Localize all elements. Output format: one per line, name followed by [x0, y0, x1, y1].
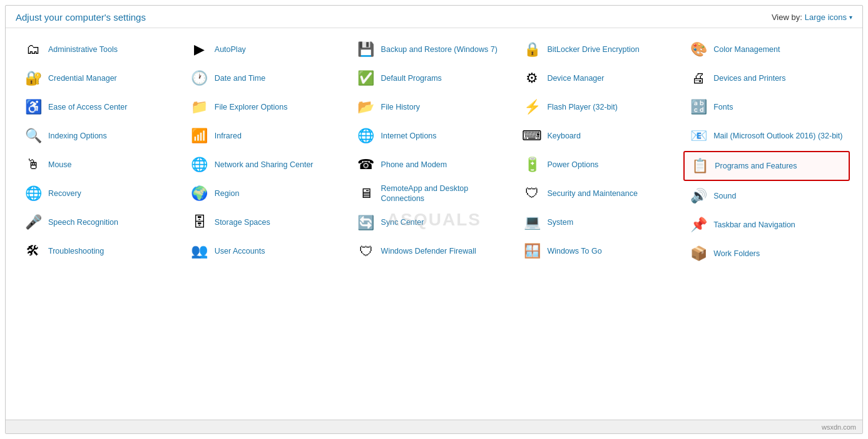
footer-text: wsxdn.com	[822, 423, 856, 431]
item-windows-firewall[interactable]: 🛡Windows Defender Firewall	[351, 238, 518, 266]
windows-to-go-label: Windows To Go	[547, 246, 601, 256]
phone-modem-label: Phone and Modem	[381, 160, 447, 170]
column-col5: 🎨Color Management🖨Devices and Printers🔡F…	[683, 36, 850, 267]
item-color-management[interactable]: 🎨Color Management	[683, 36, 850, 63]
keyboard-label: Keyboard	[547, 131, 581, 141]
network-sharing-icon: 🌐	[190, 155, 210, 175]
administrative-tools-label: Administrative Tools	[48, 44, 118, 54]
sync-center-icon: 🔄	[356, 213, 376, 233]
item-file-explorer[interactable]: 📁File Explorer Options	[185, 93, 351, 121]
recovery-label: Recovery	[48, 189, 81, 199]
item-power-options[interactable]: 🔋Power Options	[517, 151, 683, 178]
storage-spaces-label: Storage Spaces	[215, 217, 270, 227]
item-administrative-tools[interactable]: 🗂Administrative Tools	[18, 36, 185, 63]
file-history-icon: 📂	[356, 97, 376, 117]
region-icon: 🌍	[190, 183, 210, 204]
item-sound[interactable]: 🔊Sound	[683, 182, 850, 210]
flash-player-label: Flash Player (32-bit)	[547, 102, 618, 112]
autoplay-label: AutoPlay	[215, 44, 246, 54]
storage-spaces-icon: 🗄	[190, 212, 210, 232]
column-col4: 🔒BitLocker Drive Encryption⚙Device Manag…	[517, 36, 683, 265]
item-network-sharing[interactable]: 🌐Network and Sharing Center	[185, 151, 351, 178]
fonts-icon: 🔡	[688, 97, 708, 117]
backup-restore-label: Backup and Restore (Windows 7)	[381, 44, 498, 54]
item-internet-options[interactable]: 🌐Internet Options	[351, 122, 518, 150]
ease-of-access-label: Ease of Access Center	[48, 102, 127, 112]
windows-firewall-label: Windows Defender Firewall	[381, 246, 476, 256]
region-label: Region	[215, 189, 240, 199]
footer-bar: wsxdn.com	[6, 420, 862, 433]
item-troubleshooting[interactable]: 🛠Troubleshooting	[18, 237, 185, 265]
system-icon: 💻	[522, 212, 542, 232]
windows-to-go-icon: 🪟	[522, 241, 542, 261]
item-bitlocker[interactable]: 🔒BitLocker Drive Encryption	[517, 36, 683, 63]
file-explorer-label: File Explorer Options	[215, 102, 288, 112]
item-remoteapp[interactable]: 🖥RemoteApp and Desktop Connections	[351, 180, 518, 208]
item-system[interactable]: 💻System	[517, 209, 683, 236]
programs-features-icon: 📋	[690, 156, 710, 176]
item-flash-player[interactable]: ⚡Flash Player (32-bit)	[517, 93, 683, 121]
windows-firewall-icon: 🛡	[356, 242, 376, 262]
mouse-label: Mouse	[48, 160, 72, 170]
view-by-label: View by:	[772, 13, 802, 22]
item-file-history[interactable]: 📂File History	[351, 93, 518, 121]
item-windows-to-go[interactable]: 🪟Windows To Go	[517, 237, 683, 265]
item-region[interactable]: 🌍Region	[185, 180, 351, 207]
item-backup-restore[interactable]: 💾Backup and Restore (Windows 7)	[351, 36, 518, 63]
item-security-maintenance[interactable]: 🛡Security and Maintenance	[517, 180, 683, 207]
item-devices-printers[interactable]: 🖨Devices and Printers	[683, 65, 850, 92]
item-indexing-options[interactable]: 🔍Indexing Options	[18, 122, 185, 150]
item-phone-modem[interactable]: ☎Phone and Modem	[351, 151, 518, 178]
troubleshooting-label: Troubleshooting	[48, 246, 104, 256]
color-management-icon: 🎨	[688, 39, 708, 59]
work-folders-label: Work Folders	[713, 249, 760, 259]
internet-options-label: Internet Options	[381, 131, 437, 141]
view-by-control[interactable]: View by: Large icons ▾	[772, 13, 852, 22]
power-options-label: Power Options	[547, 160, 598, 170]
item-work-folders[interactable]: 📦Work Folders	[683, 240, 850, 267]
system-label: System	[547, 217, 573, 227]
user-accounts-icon: 👥	[190, 241, 210, 261]
work-folders-icon: 📦	[688, 244, 708, 264]
view-by-value[interactable]: Large icons	[805, 13, 847, 22]
credential-manager-icon: 🔐	[23, 68, 43, 88]
item-mail-outlook[interactable]: 📧Mail (Microsoft Outlook 2016) (32-bit)	[683, 122, 850, 150]
device-manager-icon: ⚙	[522, 68, 542, 88]
default-programs-icon: ✅	[356, 68, 376, 88]
programs-features-label: Programs and Features	[715, 161, 797, 171]
taskbar-navigation-icon: 📌	[688, 215, 708, 235]
device-manager-label: Device Manager	[547, 73, 604, 83]
items-grid: 🗂Administrative Tools🔐Credential Manager…	[18, 36, 850, 267]
item-fonts[interactable]: 🔡Fonts	[683, 93, 850, 121]
ease-of-access-icon: ♿	[23, 97, 43, 117]
item-taskbar-navigation[interactable]: 📌Taskbar and Navigation	[683, 211, 850, 239]
sync-center-label: Sync Center	[381, 217, 424, 227]
administrative-tools-icon: 🗂	[23, 39, 43, 59]
security-maintenance-icon: 🛡	[522, 183, 542, 204]
item-keyboard[interactable]: ⌨Keyboard	[517, 122, 683, 150]
phone-modem-icon: ☎	[356, 155, 376, 175]
item-infrared[interactable]: 📶Infrared	[185, 122, 351, 150]
file-history-label: File History	[381, 102, 421, 112]
mouse-icon: 🖱	[23, 155, 43, 175]
item-ease-of-access[interactable]: ♿Ease of Access Center	[18, 93, 185, 121]
item-speech-recognition[interactable]: 🎤Speech Recognition	[18, 209, 185, 236]
item-recovery[interactable]: 🌐Recovery	[18, 180, 185, 207]
item-credential-manager[interactable]: 🔐Credential Manager	[18, 65, 185, 92]
item-default-programs[interactable]: ✅Default Programs	[351, 65, 518, 92]
item-mouse[interactable]: 🖱Mouse	[18, 151, 185, 178]
chevron-down-icon[interactable]: ▾	[849, 14, 852, 21]
devices-printers-label: Devices and Printers	[713, 73, 785, 83]
item-programs-features[interactable]: 📋Programs and Features	[683, 151, 850, 181]
infrared-label: Infrared	[215, 131, 242, 141]
mail-outlook-label: Mail (Microsoft Outlook 2016) (32-bit)	[713, 131, 842, 141]
troubleshooting-icon: 🛠	[23, 241, 43, 261]
bitlocker-icon: 🔒	[522, 39, 542, 59]
item-user-accounts[interactable]: 👥User Accounts	[185, 237, 351, 265]
item-date-time[interactable]: 🕐Date and Time	[185, 65, 351, 92]
item-autoplay[interactable]: ▶AutoPlay	[185, 36, 351, 63]
power-options-icon: 🔋	[522, 155, 542, 175]
item-sync-center[interactable]: 🔄Sync Center	[351, 209, 518, 237]
item-device-manager[interactable]: ⚙Device Manager	[517, 65, 683, 92]
item-storage-spaces[interactable]: 🗄Storage Spaces	[185, 209, 351, 236]
